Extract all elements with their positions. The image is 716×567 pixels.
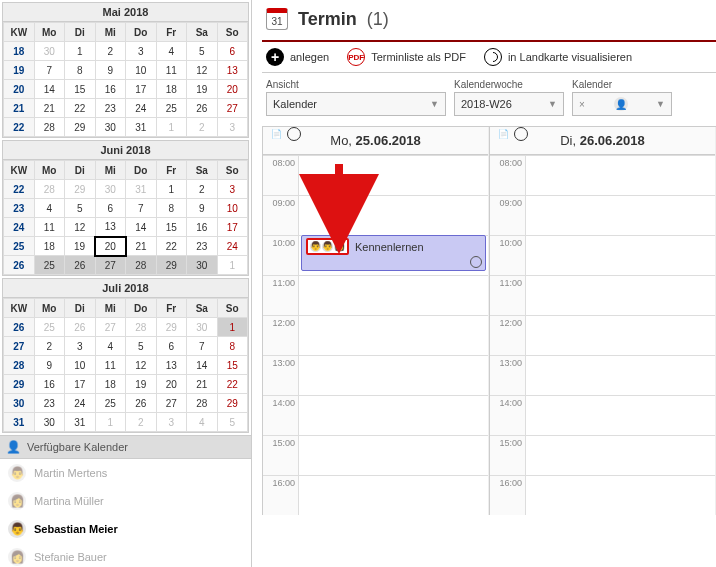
day-cell[interactable]: 30: [95, 180, 126, 199]
time-slot[interactable]: [299, 476, 488, 515]
day-cell[interactable]: 1: [217, 318, 248, 337]
weeknum-cell[interactable]: 26: [4, 256, 35, 275]
day-cell[interactable]: 2: [187, 180, 218, 199]
day-cell[interactable]: 4: [95, 337, 126, 356]
weeknum-cell[interactable]: 25: [4, 237, 35, 256]
available-calendar-item[interactable]: 👨Sebastian Meier: [0, 515, 251, 543]
day-cell[interactable]: 20: [95, 237, 126, 256]
day-cell[interactable]: 10: [217, 199, 248, 218]
day-cell[interactable]: 19: [126, 375, 157, 394]
day-cell[interactable]: 14: [126, 218, 157, 237]
time-slot[interactable]: [299, 316, 488, 355]
day-cell[interactable]: 6: [217, 42, 248, 61]
hour-row[interactable]: 16:00: [263, 475, 488, 515]
day-cell[interactable]: 1: [156, 180, 187, 199]
weeknum-cell[interactable]: 18: [4, 42, 35, 61]
day-cell[interactable]: 5: [65, 199, 96, 218]
day-cell[interactable]: 10: [65, 356, 96, 375]
day-cell[interactable]: 5: [187, 42, 218, 61]
day-cell[interactable]: 11: [95, 356, 126, 375]
day-cell[interactable]: 7: [126, 199, 157, 218]
day-cell[interactable]: 9: [95, 61, 126, 80]
day-cell[interactable]: 27: [95, 318, 126, 337]
weeknum-cell[interactable]: 23: [4, 199, 35, 218]
weeknum-cell[interactable]: 27: [4, 337, 35, 356]
day-cell[interactable]: 29: [65, 180, 96, 199]
day-cell[interactable]: 19: [187, 80, 218, 99]
day-cell[interactable]: 11: [34, 218, 65, 237]
day-cell[interactable]: 13: [95, 218, 126, 237]
day-cell[interactable]: 31: [126, 180, 157, 199]
day-cell[interactable]: 13: [217, 61, 248, 80]
day-cell[interactable]: 7: [187, 337, 218, 356]
time-slot[interactable]: [526, 236, 715, 275]
day-cell[interactable]: 16: [34, 375, 65, 394]
time-slot[interactable]: [299, 156, 488, 195]
day-cell[interactable]: 8: [156, 199, 187, 218]
day-cell[interactable]: 7: [34, 61, 65, 80]
day-cell[interactable]: 21: [126, 237, 157, 256]
day-cell[interactable]: 2: [126, 413, 157, 432]
time-slot[interactable]: [299, 276, 488, 315]
day-cell[interactable]: 16: [95, 80, 126, 99]
day-cell[interactable]: 22: [65, 99, 96, 118]
weeknum-cell[interactable]: 22: [4, 180, 35, 199]
day-cell[interactable]: 8: [65, 61, 96, 80]
day-cell[interactable]: 12: [187, 61, 218, 80]
day-cell[interactable]: 16: [187, 218, 218, 237]
day-cell[interactable]: 26: [65, 256, 96, 275]
hour-row[interactable]: 11:00: [263, 275, 488, 315]
day-cell[interactable]: 28: [126, 256, 157, 275]
day-cell[interactable]: 29: [217, 394, 248, 413]
weeknum-cell[interactable]: 24: [4, 218, 35, 237]
day-cell[interactable]: 13: [156, 356, 187, 375]
weeknum-cell[interactable]: 20: [4, 80, 35, 99]
weeknum-cell[interactable]: 22: [4, 118, 35, 137]
day-cell[interactable]: 23: [34, 394, 65, 413]
day-cell[interactable]: 15: [156, 218, 187, 237]
hour-row[interactable]: 08:00: [263, 155, 488, 195]
hour-row[interactable]: 14:00: [263, 395, 488, 435]
time-slot[interactable]: [299, 396, 488, 435]
day-cell[interactable]: 1: [156, 118, 187, 137]
day-cell[interactable]: 31: [126, 118, 157, 137]
time-slot[interactable]: [299, 196, 488, 235]
day-cell[interactable]: 9: [187, 199, 218, 218]
day-cell[interactable]: 25: [95, 394, 126, 413]
time-slot[interactable]: [526, 196, 715, 235]
new-event-button[interactable]: + anlegen: [266, 48, 329, 66]
day-cell[interactable]: 31: [65, 413, 96, 432]
day-cell[interactable]: 20: [217, 80, 248, 99]
day-cell[interactable]: 28: [34, 118, 65, 137]
weeknum-cell[interactable]: 30: [4, 394, 35, 413]
day-cell[interactable]: 24: [217, 237, 248, 256]
weeknum-cell[interactable]: 19: [4, 61, 35, 80]
day-cell[interactable]: 24: [65, 394, 96, 413]
clear-kalender-icon[interactable]: ×: [579, 99, 585, 110]
hour-row[interactable]: 09:00: [263, 195, 488, 235]
hour-row[interactable]: 11:00: [490, 275, 715, 315]
time-slot[interactable]: [526, 396, 715, 435]
day-cell[interactable]: 30: [187, 256, 218, 275]
time-slot[interactable]: [299, 436, 488, 475]
export-pdf-button[interactable]: PDF Terminliste als PDF: [347, 48, 466, 66]
day-cell[interactable]: 26: [187, 99, 218, 118]
day-cell[interactable]: 21: [187, 375, 218, 394]
day-cell[interactable]: 19: [65, 237, 96, 256]
day-cell[interactable]: 22: [217, 375, 248, 394]
day-cell[interactable]: 29: [65, 118, 96, 137]
day-cell[interactable]: 22: [156, 237, 187, 256]
time-slot[interactable]: [526, 356, 715, 395]
day-cell[interactable]: 30: [95, 118, 126, 137]
day-cell[interactable]: 18: [34, 237, 65, 256]
day-cell[interactable]: 5: [217, 413, 248, 432]
day-cell[interactable]: 18: [156, 80, 187, 99]
day-cell[interactable]: 15: [65, 80, 96, 99]
time-slot[interactable]: [526, 476, 715, 515]
hour-row[interactable]: 13:00: [263, 355, 488, 395]
hour-row[interactable]: 08:00: [490, 155, 715, 195]
day-cell[interactable]: 2: [187, 118, 218, 137]
kalenderwoche-select[interactable]: 2018-W26 ▼: [454, 92, 564, 116]
time-slot[interactable]: [526, 436, 715, 475]
available-calendar-item[interactable]: 👨Martin Mertens: [0, 459, 251, 487]
